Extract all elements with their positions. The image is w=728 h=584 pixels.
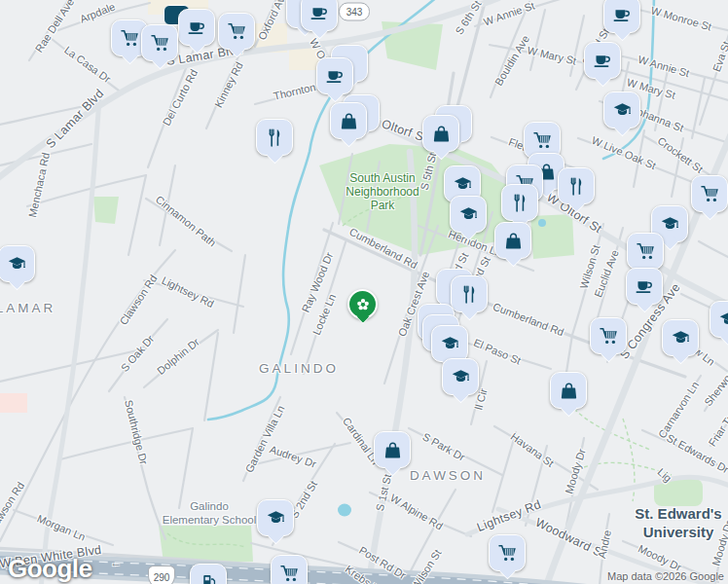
bag-icon (503, 231, 524, 251)
poi-marker-food[interactable] (501, 184, 538, 221)
marker-tail (121, 47, 138, 64)
marker-tail (613, 23, 631, 41)
poi-marker-grad[interactable] (257, 499, 294, 536)
marker-tail (383, 458, 401, 476)
marker-tail (8, 273, 25, 290)
coffee-icon (325, 66, 346, 87)
poi-marker-cart[interactable] (691, 175, 728, 212)
cart-icon (227, 21, 247, 42)
poi-marker-food[interactable] (451, 275, 488, 312)
map-attribution: Map data ©2026 Google (607, 570, 724, 582)
bag-icon (382, 440, 403, 460)
marker-tail (266, 146, 283, 164)
map-root[interactable]: Rae Dell AveArpdaleLa Casa DrS Lamar Blv… (0, 0, 728, 584)
marker-tail (228, 40, 245, 57)
coffee-icon (612, 5, 633, 25)
coffee-icon (309, 3, 330, 23)
poi-marker-bag[interactable] (422, 115, 459, 152)
grad-icon (671, 328, 691, 348)
poi-marker-cart[interactable] (627, 233, 664, 270)
marker-tail (460, 303, 478, 320)
marker-tail (267, 527, 284, 544)
marker-tail (600, 345, 617, 362)
food-icon (265, 128, 285, 148)
cart-icon (636, 241, 656, 262)
poi-marker-bag[interactable] (550, 372, 587, 409)
marker-tail (459, 223, 477, 240)
cart-icon (120, 28, 140, 49)
coffee-icon (187, 18, 207, 38)
marker-tail (701, 202, 718, 220)
grad-icon (612, 100, 633, 121)
grad-icon (458, 204, 479, 225)
poi-marker-food[interactable] (256, 119, 293, 156)
cart-icon (497, 543, 518, 564)
poi-marker-cart[interactable] (489, 534, 526, 571)
marker-tail (432, 142, 450, 160)
poi-marker-coffee[interactable] (178, 9, 215, 46)
poi-marker-cart[interactable] (141, 24, 178, 61)
marker-tail (719, 328, 728, 346)
grad-icon (453, 174, 473, 195)
marker-tail (452, 385, 469, 403)
poi-marker-cart[interactable] (271, 555, 308, 584)
flower-icon (354, 296, 372, 313)
google-logo[interactable]: Google (8, 554, 92, 584)
marker-tail (636, 295, 653, 312)
poi-marker-coffee[interactable] (626, 268, 663, 305)
poi-marker-grad[interactable] (603, 91, 640, 128)
food-icon (459, 284, 480, 305)
bag-icon (339, 111, 359, 131)
marker-tail (340, 129, 357, 147)
poi-marker-coffee[interactable] (301, 0, 338, 31)
poi-marker-grad[interactable] (0, 245, 35, 282)
poi-marker-coffee[interactable] (584, 42, 621, 79)
poi-marker-coffee[interactable] (316, 57, 353, 94)
cart-icon (532, 130, 553, 151)
coffee-icon (593, 51, 613, 71)
marker-tail (672, 347, 689, 364)
coffee-icon (635, 276, 655, 297)
bag-icon (559, 381, 579, 401)
cart-icon (700, 184, 720, 204)
poi-marker-fuel[interactable] (190, 564, 227, 584)
poi-marker-grad[interactable] (710, 301, 728, 338)
grad-icon (718, 310, 728, 330)
poi-marker-grad[interactable] (431, 325, 468, 362)
grad-icon (7, 254, 27, 274)
poi-marker-flower[interactable] (347, 289, 378, 319)
cart-icon (150, 33, 170, 54)
poi-marker-grad[interactable] (442, 358, 479, 395)
poi-marker-food[interactable] (558, 167, 595, 204)
marker-tail (326, 85, 344, 102)
marker-tail (310, 21, 328, 39)
fuel-icon (199, 572, 219, 584)
poi-marker-bag[interactable] (494, 222, 531, 259)
marker-tail (504, 249, 522, 267)
poi-marker-grad[interactable] (450, 196, 487, 233)
food-icon (566, 176, 587, 197)
marker-tail (151, 52, 168, 69)
food-icon (510, 193, 530, 213)
marker-tail (567, 195, 585, 212)
grad-icon (440, 334, 460, 354)
poi-marker-cart[interactable] (218, 13, 255, 50)
grad-icon (660, 214, 680, 235)
markers-layer (0, 0, 728, 584)
poi-marker-grad[interactable] (662, 319, 699, 356)
grad-icon (266, 508, 286, 529)
marker-tail (594, 69, 611, 87)
poi-marker-bag[interactable] (374, 431, 411, 468)
poi-marker-bag[interactable] (330, 102, 367, 139)
poi-marker-coffee[interactable] (603, 0, 640, 33)
grad-icon (451, 367, 471, 387)
marker-tail (560, 399, 577, 417)
marker-tail (661, 233, 678, 250)
poi-marker-cart[interactable] (590, 317, 627, 354)
marker-tail (498, 562, 516, 579)
marker-tail (613, 119, 631, 136)
cart-icon (599, 326, 619, 347)
marker-tail (188, 36, 205, 54)
cart-icon (279, 564, 300, 584)
bag-icon (431, 124, 452, 144)
